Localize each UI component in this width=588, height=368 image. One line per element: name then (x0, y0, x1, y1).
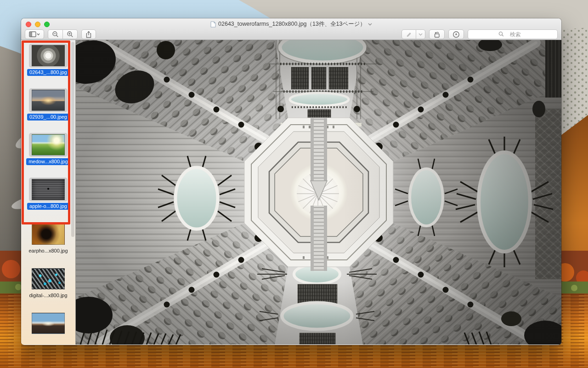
markup-toolbar-icon (452, 31, 460, 38)
thumbnail-selection-box (29, 44, 68, 68)
markup-pen-dropdown-button[interactable] (416, 29, 425, 39)
window-title: 02643_towerofarms_1280x800.jpg（13件、全13ペー… (218, 20, 366, 28)
thumbnail-filename: medow...x800.jpg (26, 158, 70, 165)
sidebar-thumbnail-item[interactable]: apple-o...800.jpg (27, 178, 69, 210)
search-field[interactable] (468, 29, 558, 39)
share-icon (85, 31, 92, 38)
sidebar-thumbnail-item[interactable]: 02643_...800.jpg (27, 44, 69, 76)
sidebar-thumbnail-list: 02643_...800.jpg 02939_...00.jpeg medow.… (21, 40, 75, 345)
sidebar-scrollbar[interactable] (71, 42, 74, 237)
zoom-in-icon (67, 31, 74, 38)
sidebar-view-icon (29, 31, 40, 37)
sidebar-thumbnail-item[interactable]: earpho...x800.jpg (26, 222, 70, 254)
zoom-out-icon (52, 31, 59, 38)
share-button[interactable] (81, 29, 96, 39)
thumbnail-selection-box (29, 267, 68, 291)
zoom-out-button[interactable] (48, 29, 63, 39)
thumbnail-selection-box (29, 178, 68, 201)
photo-towerofarms (76, 40, 561, 345)
rotate-left-icon (433, 31, 441, 38)
preview-window: 02643_towerofarms_1280x800.jpg（13件、全13ペー… (21, 18, 561, 345)
thumbnail-image (32, 45, 65, 66)
titlebar[interactable]: 02643_towerofarms_1280x800.jpg（13件、全13ペー… (21, 18, 561, 29)
sidebar-thumbnail-item[interactable] (29, 311, 68, 335)
window-content: 02643_...800.jpg 02939_...00.jpeg medow.… (21, 40, 561, 345)
thumbnail-filename: earpho...x800.jpg (26, 247, 70, 254)
thumbnail-image (32, 268, 65, 289)
title-group: 02643_towerofarms_1280x800.jpg（13件、全13ペー… (21, 20, 561, 28)
markup-pen-button[interactable] (401, 29, 416, 39)
thumbnail-image (32, 134, 65, 155)
right-shading (76, 40, 561, 345)
thumbnail-filename: digital-...x800.jpg (27, 292, 69, 299)
thumbnail-image (32, 224, 65, 245)
thumbnail-selection-box (29, 88, 68, 112)
sidebar-thumbnail-item[interactable]: digital-...x800.jpg (27, 267, 69, 299)
markup-pen-segmented (401, 29, 425, 39)
thumbnail-image (32, 179, 65, 200)
rotate-left-button[interactable] (429, 29, 445, 39)
thumbnail-selection-box (29, 133, 68, 157)
title-dropdown-chevron-icon[interactable] (368, 23, 372, 26)
window-chrome: 02643_towerofarms_1280x800.jpg（13件、全13ペー… (21, 18, 561, 40)
thumbnail-filename: apple-o...800.jpg (27, 203, 69, 210)
desktop: 02643_towerofarms_1280x800.jpg（13件、全13ペー… (0, 0, 588, 368)
chevron-down-icon (418, 33, 423, 36)
sidebar-view-button[interactable] (25, 29, 44, 39)
markup-toolbar-button[interactable] (448, 29, 464, 39)
thumbnail-filename: 02643_...800.jpg (27, 69, 69, 76)
zoom-in-button[interactable] (63, 29, 78, 39)
sidebar-thumbnails: 02643_...800.jpg 02939_...00.jpeg medow.… (21, 40, 76, 345)
thumbnail-image (32, 90, 65, 111)
zoom-segmented-control (48, 29, 78, 39)
sidebar-thumbnail-item[interactable]: medow...x800.jpg (26, 133, 70, 165)
thumbnail-filename: 02939_...00.jpeg (27, 114, 69, 121)
sidebar-thumbnail-item[interactable]: 02939_...00.jpeg (27, 88, 69, 121)
thumbnail-image (32, 313, 65, 334)
thumbnail-selection-box (29, 222, 68, 246)
markup-pen-icon (406, 31, 412, 38)
thumbnail-selection-box (29, 311, 68, 335)
toolbar (21, 29, 561, 40)
document-proxy-icon[interactable] (210, 21, 216, 28)
search-input[interactable] (468, 30, 557, 39)
main-image-area (76, 40, 561, 345)
toolbar-right-group (401, 29, 558, 39)
